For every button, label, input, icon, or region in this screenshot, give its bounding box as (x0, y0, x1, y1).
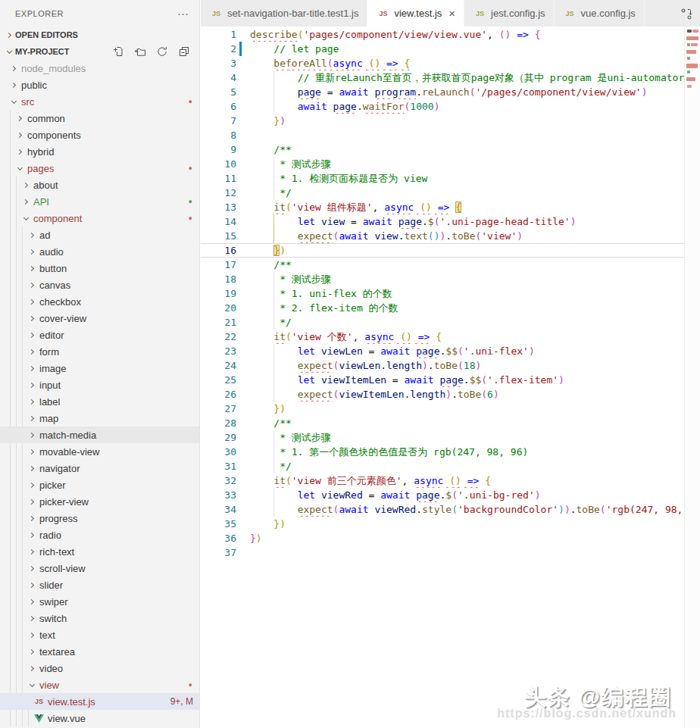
tab-vue.config.js[interactable]: JSvue.config.js (555, 0, 645, 27)
tree-item-swiper[interactable]: swiper (0, 593, 199, 610)
code-line-28[interactable]: 28 /** (201, 416, 684, 430)
code-line-2[interactable]: 2 // let page (201, 42, 684, 56)
tree-item-components[interactable]: components (0, 127, 199, 143)
tree-item-audio[interactable]: audio (0, 243, 199, 260)
code-line-10[interactable]: 10 * 测试步骤 (201, 157, 684, 171)
line-number[interactable]: 15 (201, 229, 236, 243)
tree-item-radio[interactable]: radio (0, 526, 199, 543)
line-number[interactable]: 29 (201, 430, 236, 445)
code-line-26[interactable]: 26 expect(viewItemLen.length).toBe(6) (201, 387, 684, 401)
close-tab-icon[interactable]: × (448, 9, 455, 18)
line-number[interactable]: 11 (201, 171, 236, 186)
new-file-icon[interactable] (112, 45, 124, 58)
line-number[interactable]: 9 (201, 142, 236, 157)
line-number[interactable]: 14 (201, 214, 236, 229)
code-line-7[interactable]: 7 }) (201, 114, 684, 128)
split-editor-icon[interactable] (680, 7, 693, 20)
tab-view.test.js[interactable]: JSview.test.js× (367, 0, 464, 27)
line-number[interactable]: 1 (201, 27, 236, 42)
code-line-8[interactable]: 8 (201, 128, 684, 142)
line-number[interactable]: 32 (201, 473, 236, 488)
project-section-header[interactable]: MY-PROJECT (0, 43, 199, 60)
code-line-15[interactable]: 15 expect(await view.text()).toBe('view'… (201, 229, 684, 243)
line-number[interactable]: 8 (201, 128, 236, 142)
tree-item-cover-view[interactable]: cover-view (0, 310, 199, 327)
tree-item-button[interactable]: button (0, 260, 199, 277)
line-number[interactable]: 10 (201, 157, 236, 171)
code-line-17[interactable]: 17 /** (201, 258, 684, 272)
code-line-12[interactable]: 12 */ (201, 186, 684, 200)
line-number[interactable]: 17 (201, 258, 236, 272)
code-editor[interactable]: 1describe('pages/component/view/view.vue… (201, 27, 684, 728)
tree-item-public[interactable]: public (0, 77, 199, 93)
code-line-37[interactable]: 37 (201, 545, 684, 560)
line-number[interactable]: 21 (201, 315, 236, 330)
tree-item-video[interactable]: video (0, 660, 199, 676)
line-number[interactable]: 22 (201, 330, 236, 344)
code-line-36[interactable]: 36}) (201, 531, 684, 545)
code-line-6[interactable]: 6 await page.waitFor(1000) (201, 99, 684, 114)
tree-item-image[interactable]: image (0, 360, 199, 376)
tree-item-scroll-view[interactable]: scroll-view (0, 560, 199, 576)
code-line-3[interactable]: 3 beforeAll(async () => { (201, 56, 684, 70)
code-line-35[interactable]: 35 }) (201, 517, 684, 531)
tree-item-editor[interactable]: editor (0, 327, 199, 343)
code-line-24[interactable]: 24 expect(viewLen.length).toBe(18) (201, 358, 684, 373)
tree-item-common[interactable]: common (0, 110, 199, 127)
tree-item-API[interactable]: API● (0, 193, 199, 210)
code-line-5[interactable]: 5 page = await program.reLaunch('/pages/… (201, 85, 684, 99)
tree-item-picker[interactable]: picker (0, 476, 199, 493)
tree-item-match-media[interactable]: match-media (0, 426, 199, 443)
tab-jest.config.js[interactable]: JSjest.config.js (464, 0, 555, 27)
line-number[interactable]: 18 (201, 272, 236, 286)
tree-item-view.vue[interactable]: view.vue (0, 710, 199, 726)
new-folder-icon[interactable] (134, 45, 146, 58)
line-number[interactable]: 31 (201, 459, 236, 473)
line-number[interactable]: 4 (201, 70, 236, 85)
line-number[interactable]: 35 (201, 517, 236, 531)
line-number[interactable]: 25 (201, 373, 236, 387)
line-number[interactable]: 37 (201, 545, 236, 560)
collapse-all-icon[interactable] (178, 45, 190, 58)
tree-item-canvas[interactable]: canvas (0, 277, 199, 293)
line-number[interactable]: 6 (201, 99, 236, 114)
code-line-19[interactable]: 19 * 1. uni-flex 的个数 (201, 286, 684, 301)
code-line-1[interactable]: 1describe('pages/component/view/view.vue… (201, 27, 684, 42)
tree-item-navigator[interactable]: navigator (0, 460, 199, 476)
code-line-29[interactable]: 29 * 测试步骤 (201, 430, 684, 445)
tree-item-src[interactable]: src● (0, 93, 199, 110)
tree-item-ad[interactable]: ad (0, 227, 199, 243)
code-line-27[interactable]: 27 }) (201, 401, 684, 416)
code-line-4[interactable]: 4 // 重新reLaunch至首页，并获取首页page对象（其中 progra… (201, 70, 684, 85)
tab-set-navigation-bar-title.test1.js[interactable]: JSset-navigation-bar-title.test1.js (201, 0, 367, 27)
line-number[interactable]: 19 (201, 286, 236, 301)
code-line-20[interactable]: 20 * 2. flex-item 的个数 (201, 301, 684, 315)
code-line-32[interactable]: 32 it('view 前三个元素颜色', async () => { (201, 473, 684, 488)
line-number[interactable]: 24 (201, 358, 236, 373)
more-actions-icon[interactable]: ··· (177, 10, 189, 17)
tree-item-view.test.js[interactable]: JSview.test.js9+, M (0, 693, 199, 710)
line-number[interactable]: 26 (201, 387, 236, 401)
code-line-21[interactable]: 21 */ (201, 315, 684, 330)
tree-item-picker-view[interactable]: picker-view (0, 493, 199, 510)
open-editors-section[interactable]: OPEN EDITORS (0, 27, 199, 43)
code-line-13[interactable]: 13 it('view 组件标题', async () => { (201, 200, 684, 214)
code-line-25[interactable]: 25 let viewItemLen = await page.$$('.fle… (201, 373, 684, 387)
code-line-9[interactable]: 9 /** (201, 142, 684, 157)
code-line-31[interactable]: 31 */ (201, 459, 684, 473)
line-number[interactable]: 2 (201, 42, 236, 56)
tree-item-progress[interactable]: progress (0, 510, 199, 526)
line-number[interactable]: 12 (201, 186, 236, 200)
code-line-34[interactable]: 34 expect(await viewRed.style('backgroun… (201, 502, 684, 517)
line-number[interactable]: 28 (201, 416, 236, 430)
tree-item-switch[interactable]: switch (0, 610, 199, 626)
tree-item-about[interactable]: about (0, 177, 199, 193)
code-line-18[interactable]: 18 * 测试步骤 (201, 272, 684, 286)
tree-item-input[interactable]: input (0, 376, 199, 393)
line-number[interactable]: 3 (201, 56, 236, 70)
tree-item-node_modules[interactable]: node_modules (0, 60, 199, 77)
tree-item-slider[interactable]: slider (0, 576, 199, 593)
line-number[interactable]: 27 (201, 401, 236, 416)
code-line-33[interactable]: 33 let viewRed = await page.$('.uni-bg-r… (201, 488, 684, 502)
refresh-icon[interactable] (156, 45, 168, 58)
